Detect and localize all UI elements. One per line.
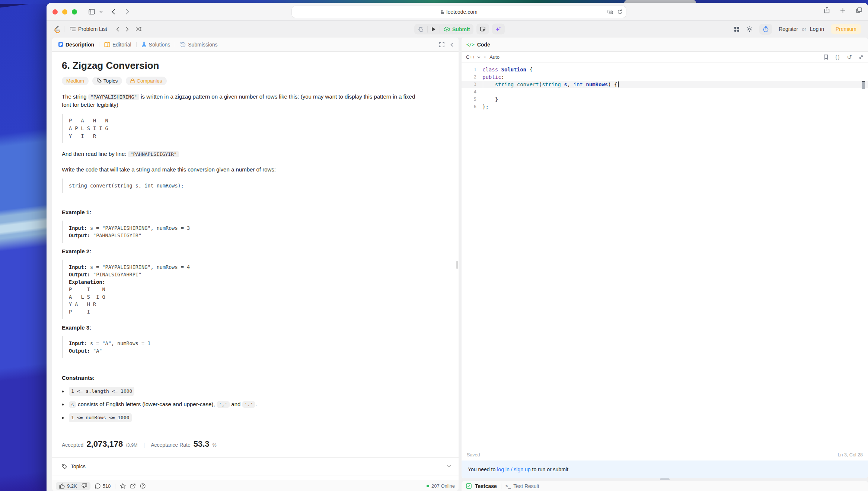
navbar-left: Problem List <box>53 25 143 33</box>
shuffle-icon[interactable] <box>134 25 143 33</box>
companies-badge[interactable]: Companies <box>126 77 166 85</box>
example-3-label: Example 3: <box>62 324 449 331</box>
favorite-star-icon[interactable] <box>120 483 126 489</box>
signature-block: string convert(string s, int numRows); <box>62 179 449 193</box>
timer-icon[interactable] <box>759 24 772 35</box>
submit-button[interactable]: Submit <box>440 24 473 34</box>
browser-window: leetcode.com <box>47 3 868 491</box>
back-icon[interactable] <box>108 7 119 17</box>
description-panel: Description Editorial Solutions Submissi… <box>52 38 459 491</box>
left-panel-scrollbar[interactable] <box>456 261 458 269</box>
help-icon[interactable] <box>140 483 146 489</box>
panel-resize-handle[interactable] <box>660 478 670 480</box>
run-submit-group: Submit <box>414 24 473 34</box>
tab-editorial[interactable]: Editorial <box>103 42 132 48</box>
dislike-button[interactable] <box>82 483 87 489</box>
next-problem-icon[interactable] <box>124 25 130 33</box>
notes-icon[interactable] <box>476 24 489 35</box>
sidebar-chevron-down-icon[interactable] <box>97 7 105 17</box>
leetcode-logo[interactable] <box>53 25 60 33</box>
format-code-icon[interactable]: {} <box>835 54 840 60</box>
chevron-down-icon <box>477 56 481 58</box>
address-url: leetcode.com <box>446 9 477 15</box>
problem-list-button[interactable]: Problem List <box>68 25 109 33</box>
code-line-3: 3 string convert(string s, int numRows) … <box>462 81 868 88</box>
constraint-item: 1 <= s.length <= 1000 <box>62 387 449 396</box>
code-editor[interactable]: 1class Solution { 2public: 3 string conv… <box>462 63 868 110</box>
comments-button[interactable]: 518 <box>95 483 111 489</box>
reload-icon[interactable] <box>618 9 622 15</box>
browser-actions <box>824 7 862 13</box>
acceptance-rate-label: Acceptance Rate <box>151 442 191 448</box>
online-count: 207 Online <box>431 483 455 489</box>
settings-gear-icon[interactable] <box>746 26 753 32</box>
tab-submissions[interactable]: Submissions <box>179 42 218 48</box>
code-line-2: 2public: <box>462 73 868 81</box>
topics-badge[interactable]: Topics <box>92 77 122 85</box>
run-icon[interactable] <box>428 24 440 34</box>
tab-description[interactable]: Description <box>57 42 95 48</box>
code-line-1: 1class Solution { <box>462 66 868 73</box>
login-link[interactable]: Log in <box>810 26 824 32</box>
bookmark-icon[interactable] <box>824 54 828 60</box>
like-button[interactable]: 9.2K <box>59 483 77 489</box>
example-2-label: Example 2: <box>62 248 449 254</box>
premium-button[interactable]: Premium <box>831 24 861 34</box>
acceptance-rate-pct: % <box>213 443 217 448</box>
page-settings-icon[interactable] <box>607 10 613 14</box>
example-3-block: Input: s = "A", numRows = 1 Output: "A" <box>62 336 449 358</box>
auto-toggle[interactable]: Auto <box>489 54 500 60</box>
description-tabbar: Description Editorial Solutions Submissi… <box>52 38 459 52</box>
language-select[interactable]: C++ <box>466 54 481 60</box>
expand-editor-icon[interactable] <box>859 55 864 60</box>
constraint-item: 1 <= numRows <= 1000 <box>62 413 449 422</box>
acceptance-rate-value: 53.3 <box>194 439 210 449</box>
collapse-panel-icon[interactable] <box>450 42 453 47</box>
problem-title: 6. Zigzag Conversion <box>62 60 449 71</box>
minimize-window-button[interactable] <box>62 9 67 15</box>
saved-status: Saved <box>467 452 480 458</box>
editor-statusbar: Saved Ln 3, Col 28 <box>462 449 868 460</box>
tab-solutions[interactable]: Solutions <box>141 42 171 48</box>
forward-icon[interactable] <box>122 7 133 17</box>
prev-problem-icon[interactable] <box>115 25 121 33</box>
login-banner: You need to log in / sign up to run or s… <box>462 460 868 478</box>
navbar-right: Register or Log in Premium <box>734 24 861 35</box>
tab-solutions-label: Solutions <box>149 42 170 48</box>
layout-grid-icon[interactable] <box>734 26 740 32</box>
accepted-total: /3.9M <box>126 443 137 448</box>
tabs-overview-icon[interactable] <box>856 7 862 13</box>
example-2-block: Input: s = "PAYPALISHIRING", numRows = 4… <box>62 260 449 319</box>
editor-scrollbar-thumb[interactable] <box>862 81 865 89</box>
chevron-down-icon[interactable] <box>447 465 451 468</box>
login-signup-link[interactable]: log in / sign up <box>497 466 530 472</box>
register-link[interactable]: Register <box>779 26 798 32</box>
problem-paragraph-3: Write the code that will take a string a… <box>62 166 449 173</box>
close-window-button[interactable] <box>52 9 58 15</box>
like-count: 9.2K <box>67 483 77 489</box>
example-1-label: Example 1: <box>62 209 449 215</box>
terminal-icon: >_ <box>505 484 511 489</box>
topics-row[interactable]: Topics <box>52 457 459 475</box>
tab-editorial-label: Editorial <box>112 42 131 48</box>
testcase-panel: Testcase >_ Test Result <box>462 481 868 491</box>
zoom-window-button[interactable] <box>72 9 77 15</box>
share-icon[interactable] <box>824 7 830 13</box>
ai-sparkles-icon[interactable] <box>492 24 505 35</box>
tab-submissions-label: Submissions <box>188 42 217 48</box>
code-brackets-icon: </> <box>466 42 475 47</box>
reset-code-icon[interactable]: ↺ <box>847 54 852 60</box>
constraints-label: Constraints: <box>62 375 449 381</box>
difficulty-badge[interactable]: Medium <box>62 77 89 85</box>
sidebar-icon[interactable] <box>86 7 97 17</box>
new-tab-icon[interactable] <box>840 7 846 13</box>
main-area: Description Editorial Solutions Submissi… <box>47 38 868 491</box>
stats-row: Accepted 2,073,178 /3.9M | Acceptance Ra… <box>62 439 449 449</box>
address-bar[interactable]: leetcode.com <box>292 6 626 18</box>
debug-icon[interactable] <box>414 24 427 34</box>
fullscreen-icon[interactable] <box>439 42 444 47</box>
share-problem-icon[interactable] <box>130 484 135 489</box>
testcase-tab[interactable]: Testcase <box>475 483 497 489</box>
test-result-tab[interactable]: >_ Test Result <box>505 483 539 489</box>
comments-count: 518 <box>103 483 111 489</box>
